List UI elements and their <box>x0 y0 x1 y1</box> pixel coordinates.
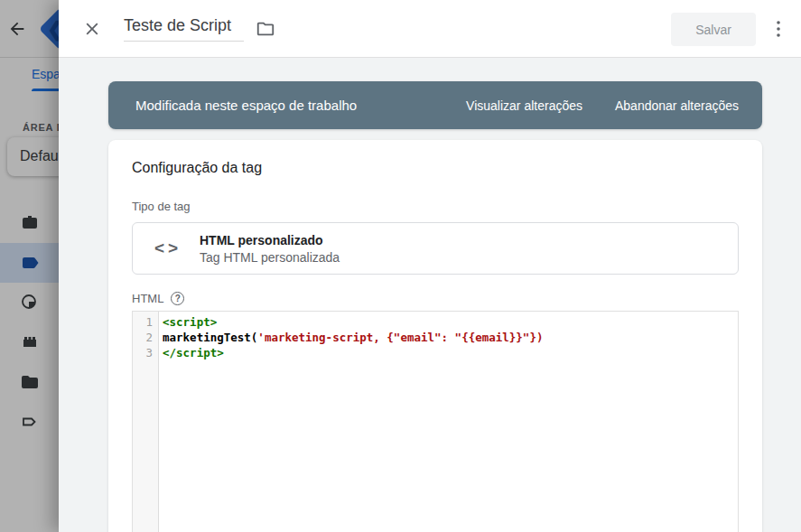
tag-configuration-card: Configuração da tag Tipo de tag <> HTML … <box>108 140 762 532</box>
abandon-changes-link[interactable]: Abandonar alterações <box>615 98 739 113</box>
tag-name-input[interactable]: Teste de Script <box>124 16 244 42</box>
line-number: 3 <box>133 345 159 360</box>
banner-actions: Visualizar alterações Abandonar alteraçõ… <box>466 98 739 113</box>
code-line: 3</script> <box>133 345 738 360</box>
close-icon[interactable] <box>82 19 102 39</box>
help-icon[interactable]: ? <box>171 292 184 305</box>
tag-type-texts: HTML personalizado Tag HTML personalizad… <box>200 233 340 265</box>
html-field-label: HTML <box>132 292 163 305</box>
save-button[interactable]: Salvar <box>671 13 756 46</box>
tag-type-description: Tag HTML personalizada <box>200 250 340 265</box>
tag-type-name: HTML personalizado <box>200 233 340 247</box>
code-token: marketingTest( <box>163 331 257 344</box>
code-line: 2marketingTest('marketing-script, {"emai… <box>133 330 738 345</box>
code-token: </script> <box>163 346 224 359</box>
tag-editor-panel: Teste de Script Salvar Modificada neste … <box>59 0 801 532</box>
view-changes-link[interactable]: Visualizar alterações <box>466 98 582 113</box>
tag-type-label: Tipo de tag <box>132 200 191 213</box>
code-lines: 1<script>2marketingTest('marketing-scrip… <box>133 312 738 360</box>
card-title: Configuração da tag <box>132 160 262 176</box>
app-window: ❮ Espaç ÁREA D Defau <box>0 0 801 532</box>
code-token: <script> <box>163 315 217 329</box>
code-token: 'marketing-script, {"email": "{{email}}"… <box>257 331 543 344</box>
background-app: ❮ Espaç ÁREA D Defau <box>0 0 59 532</box>
folder-picker-icon[interactable] <box>256 19 275 39</box>
workspace-banner: Modificada neste espaço de trabalho Visu… <box>108 81 762 129</box>
html-field-header: HTML ? <box>132 292 184 305</box>
code-brackets-icon: <> <box>154 238 191 258</box>
more-menu-icon[interactable] <box>773 18 784 40</box>
editor-header: Teste de Script Salvar <box>59 0 801 58</box>
line-number: 2 <box>133 330 159 345</box>
tag-type-selector[interactable]: <> HTML personalizado Tag HTML personali… <box>132 222 739 275</box>
line-number: 1 <box>133 314 159 330</box>
html-code-editor[interactable]: 1<script>2marketingTest('marketing-scrip… <box>132 311 739 532</box>
banner-message: Modificada neste espaço de trabalho <box>135 98 357 113</box>
dim-overlay <box>0 0 59 532</box>
code-line: 1<script> <box>133 314 738 330</box>
